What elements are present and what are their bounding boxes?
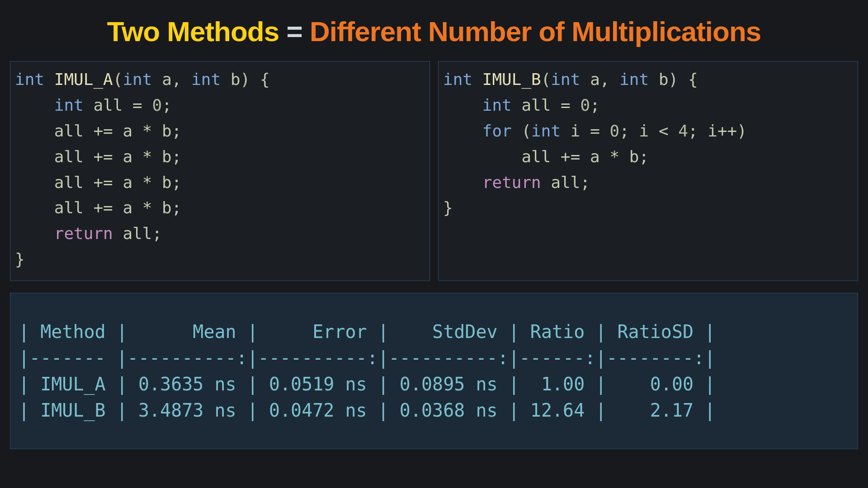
code-box-imul-a: int IMUL_A(int a, int b) { int all = 0; … — [10, 61, 430, 281]
code-line: all += a * b; — [15, 147, 181, 166]
code-token: all = — [512, 96, 580, 114]
code-token: int — [443, 70, 472, 89]
code-token — [15, 96, 54, 114]
code-imul-a: int IMUL_A(int a, int b) { int all = 0; … — [15, 67, 425, 272]
code-token: return — [54, 224, 113, 243]
code-token: int — [123, 70, 152, 89]
code-token: all = — [84, 96, 152, 114]
code-token: 0 — [610, 122, 620, 140]
code-line: all += a * b; — [15, 173, 181, 192]
bench-row-imul-a: | IMUL_A | 0.3635 ns | 0.0519 ns | 0.089… — [19, 374, 715, 394]
code-token: int — [15, 70, 44, 89]
bench-header: | Method | Mean | Error | StdDev | Ratio… — [19, 321, 715, 342]
code-token: ; i++) — [688, 122, 747, 140]
code-line: all += a * b; — [443, 147, 649, 166]
code-token: 4 — [678, 122, 688, 140]
title-equals: = — [279, 16, 310, 47]
code-line: all += a * b; — [15, 122, 181, 140]
code-line: all += a * b; — [15, 198, 181, 217]
code-token: a, — [152, 70, 191, 89]
code-token: int — [54, 96, 84, 114]
code-token: IMUL_A — [44, 70, 113, 89]
code-box-imul-b: int IMUL_B(int a, int b) { int all = 0; … — [438, 61, 858, 281]
code-token: 0 — [152, 96, 162, 114]
slide-title: Two Methods = Different Number of Multip… — [9, 15, 859, 47]
code-token: return — [482, 173, 541, 192]
code-token: IMUL_B — [472, 70, 541, 89]
code-token: int — [482, 96, 512, 114]
title-part2: Different Number of Multiplications — [310, 16, 761, 47]
benchmark-table: | Method | Mean | Error | StdDev | Ratio… — [19, 319, 849, 423]
code-token: ( — [512, 122, 531, 140]
title-part1: Two Methods — [107, 16, 279, 47]
code-token: ( — [113, 70, 123, 89]
code-imul-b: int IMUL_B(int a, int b) { int all = 0; … — [443, 67, 853, 221]
bench-separator: |------- |----------:|----------:|------… — [19, 347, 715, 368]
code-token — [15, 224, 54, 243]
code-token: int — [191, 70, 221, 89]
code-token: ( — [541, 70, 551, 89]
code-token: a, — [580, 70, 619, 89]
code-token: ; — [590, 96, 600, 114]
code-token: b) { — [649, 70, 698, 89]
code-token: ; i < — [619, 122, 678, 140]
code-token: int — [551, 70, 580, 89]
code-token: int — [619, 70, 649, 89]
benchmark-box: | Method | Mean | Error | StdDev | Ratio… — [10, 293, 858, 449]
code-token: 0 — [580, 96, 590, 114]
code-token: all; — [113, 224, 162, 243]
slide: Two Methods = Different Number of Multip… — [0, 0, 868, 488]
code-token — [443, 96, 482, 114]
code-token: for — [482, 122, 512, 140]
code-token: ; — [162, 96, 172, 114]
code-token: all; — [541, 173, 590, 192]
code-line: } — [443, 198, 453, 217]
code-columns: int IMUL_A(int a, int b) { int all = 0; … — [9, 61, 859, 281]
code-token: i = — [561, 122, 609, 140]
code-token: int — [531, 122, 561, 140]
code-line: } — [15, 250, 25, 268]
bench-row-imul-b: | IMUL_B | 3.4873 ns | 0.0472 ns | 0.036… — [19, 400, 715, 421]
code-token — [443, 122, 482, 140]
code-token: b) { — [221, 70, 269, 89]
code-token — [443, 173, 482, 192]
